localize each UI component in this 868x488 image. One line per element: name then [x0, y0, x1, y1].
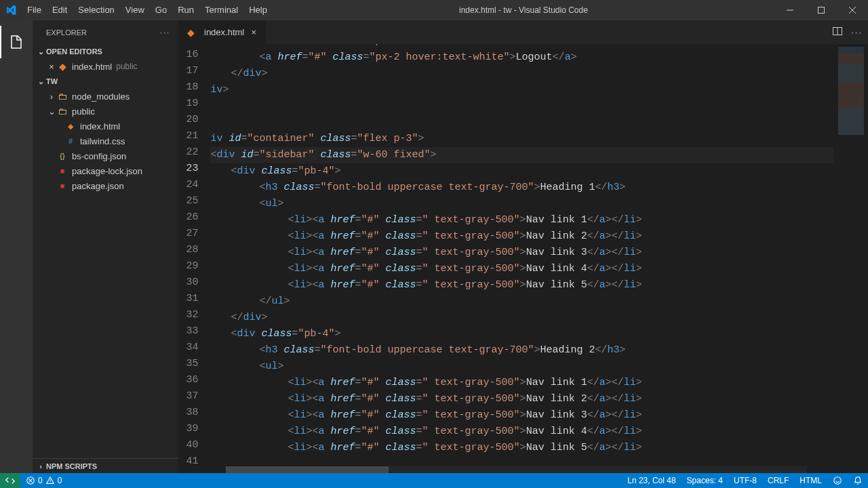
- menu-go[interactable]: Go: [150, 0, 172, 20]
- sidebar-title: EXPLORER: [46, 28, 87, 37]
- npm-file-icon: ■: [57, 180, 68, 191]
- status-eol[interactable]: CRLF: [762, 473, 794, 488]
- chevron-right-icon: ›: [46, 92, 57, 102]
- code-line[interactable]: <li><a href="#" class=" text-gray-500">N…: [210, 212, 833, 228]
- code-line[interactable]: iv>: [210, 82, 833, 98]
- statusbar: 0 0 Ln 23, Col 48 Spaces: 4 UTF-8 CRLF H…: [0, 473, 868, 488]
- tree-item-label: tailwind.css: [80, 136, 178, 146]
- code-line[interactable]: <h3 class="font-bold uppercase text-gray…: [210, 342, 833, 359]
- file-item[interactable]: ■package-lock.json: [33, 163, 178, 178]
- status-indentation[interactable]: Spaces: 4: [682, 473, 728, 488]
- code-line[interactable]: <li><a href="#" class=" text-gray-500">N…: [210, 391, 833, 407]
- code-line[interactable]: <ul>: [210, 359, 833, 375]
- status-encoding[interactable]: UTF-8: [728, 473, 762, 488]
- menu-selection[interactable]: Selection: [73, 0, 119, 20]
- activity-explorer-icon[interactable]: [0, 26, 33, 58]
- minimap[interactable]: [833, 44, 868, 473]
- code-line[interactable]: </div>: [210, 66, 833, 82]
- code-line[interactable]: <ul>: [210, 196, 833, 212]
- window-title: index.html - tw - Visual Studio Code: [273, 5, 774, 15]
- status-problems[interactable]: 0 0: [20, 473, 67, 488]
- tab-close-button[interactable]: ×: [248, 27, 259, 38]
- code-line[interactable]: <li><a href="#" class=" text-gray-500">N…: [210, 277, 833, 293]
- code-line[interactable]: <li><a href="#" class=" text-gray-500">N…: [210, 261, 833, 277]
- open-editor-item[interactable]: × ◆ index.html public: [33, 59, 178, 74]
- code-line[interactable]: <a href="#" class="px-2 hover:text-white…: [210, 49, 833, 66]
- folder-icon: 🗀: [57, 106, 68, 117]
- folder-item[interactable]: ›🗀node_modules: [33, 89, 178, 104]
- npm-scripts-header[interactable]: › NPM SCRIPTS: [33, 458, 178, 473]
- svg-rect-0: [818, 7, 825, 14]
- code-line[interactable]: [210, 115, 833, 131]
- code-content[interactable]: <a href="#" class="px-2 font-semibold ho…: [210, 44, 833, 473]
- code-line[interactable]: </ul>: [210, 293, 833, 310]
- horizontal-scrollbar[interactable]: [226, 466, 807, 473]
- chevron-down-icon: ⌄: [35, 47, 46, 56]
- window-minimize-button[interactable]: [774, 0, 806, 20]
- file-item[interactable]: {}bs-config.json: [33, 148, 178, 163]
- json-file-icon: {}: [57, 150, 68, 161]
- menu-file[interactable]: File: [22, 0, 47, 20]
- menu-terminal[interactable]: Terminal: [199, 0, 243, 20]
- split-editor-icon[interactable]: [832, 26, 843, 39]
- workspace-header[interactable]: ⌄ TW: [33, 74, 178, 89]
- sidebar-more-icon[interactable]: ···: [160, 28, 170, 37]
- menu-run[interactable]: Run: [172, 0, 199, 20]
- code-line[interactable]: <div class="pb-4">: [210, 326, 833, 342]
- close-editor-icon[interactable]: ×: [46, 62, 57, 72]
- code-line[interactable]: <li><a href="#" class=" text-gray-500">N…: [210, 228, 833, 245]
- menu-edit[interactable]: Edit: [47, 0, 73, 20]
- file-item[interactable]: ■package.json: [33, 178, 178, 193]
- sidebar: EXPLORER ··· ⌄ OPEN EDITORS × ◆ index.ht…: [33, 20, 178, 473]
- window-close-button[interactable]: [837, 0, 868, 20]
- chevron-down-icon: ⌄: [46, 106, 57, 117]
- file-item[interactable]: ◆index.html: [33, 119, 178, 134]
- status-notifications-icon[interactable]: [848, 473, 868, 488]
- code-line[interactable]: [210, 98, 833, 115]
- tab-label: index.html: [204, 27, 244, 37]
- code-line[interactable]: <li><a href="#" class=" text-gray-500">N…: [210, 424, 833, 440]
- activitybar: [0, 20, 33, 473]
- status-language[interactable]: HTML: [794, 473, 827, 488]
- status-remote-button[interactable]: [0, 473, 20, 488]
- tree-item-label: node_modules: [72, 92, 178, 102]
- code-line[interactable]: <h3 class="font-bold uppercase text-gray…: [210, 180, 833, 196]
- titlebar: FileEditSelectionViewGoRunTerminalHelp i…: [0, 0, 868, 20]
- file-item[interactable]: #tailwind.css: [33, 134, 178, 148]
- code-line[interactable]: <li><a href="#" class=" text-gray-500">N…: [210, 440, 833, 456]
- code-line[interactable]: <div id="sidebar" class="w-60 fixed">: [210, 147, 833, 163]
- scrollbar-thumb[interactable]: [226, 466, 389, 473]
- html-file-icon: ◆: [65, 121, 76, 131]
- open-editor-name: index.html: [72, 62, 112, 72]
- code-line[interactable]: iv id="container" class="flex p-3">: [210, 131, 833, 147]
- tree-item-label: package-lock.json: [72, 166, 178, 176]
- code-line[interactable]: <li><a href="#" class=" text-gray-500">N…: [210, 375, 833, 391]
- status-cursor-position[interactable]: Ln 23, Col 48: [622, 473, 681, 488]
- svg-point-3: [834, 477, 842, 485]
- html-file-icon: ◆: [185, 27, 196, 38]
- css-file-icon: #: [65, 136, 76, 146]
- menu-view[interactable]: View: [120, 0, 150, 20]
- code-editor[interactable]: 1617181920212223242526272829303132333435…: [178, 44, 868, 473]
- menubar: FileEditSelectionViewGoRunTerminalHelp: [22, 0, 273, 20]
- code-line[interactable]: <a href="#" class="px-2 hover:text-white…: [210, 44, 833, 49]
- folder-item[interactable]: ⌄🗀public: [33, 104, 178, 119]
- code-line[interactable]: <div class="pb-4">: [210, 163, 833, 180]
- window-maximize-button[interactable]: [806, 0, 837, 20]
- code-line[interactable]: <li><a href="#" class=" text-gray-500">N…: [210, 245, 833, 261]
- folder-icon: 🗀: [57, 91, 68, 102]
- file-tree: ›🗀node_modules⌄🗀public◆index.html#tailwi…: [33, 89, 178, 458]
- tree-item-label: package.json: [72, 181, 178, 191]
- code-line[interactable]: </div>: [210, 310, 833, 326]
- npm-file-icon: ■: [57, 165, 68, 176]
- menu-help[interactable]: Help: [243, 0, 273, 20]
- code-line[interactable]: <li><a href="#" class=" text-gray-500">N…: [210, 407, 833, 424]
- open-editors-header[interactable]: ⌄ OPEN EDITORS: [33, 44, 178, 59]
- status-feedback-icon[interactable]: [827, 473, 848, 488]
- tab-index-html[interactable]: ◆ index.html ×: [178, 20, 267, 44]
- open-editor-folder: public: [116, 62, 137, 71]
- chevron-right-icon: ›: [35, 462, 46, 470]
- editor-more-icon[interactable]: ···: [851, 27, 863, 37]
- line-numbers: 1617181920212223242526272829303132333435…: [178, 44, 210, 473]
- tree-item-label: index.html: [80, 121, 178, 131]
